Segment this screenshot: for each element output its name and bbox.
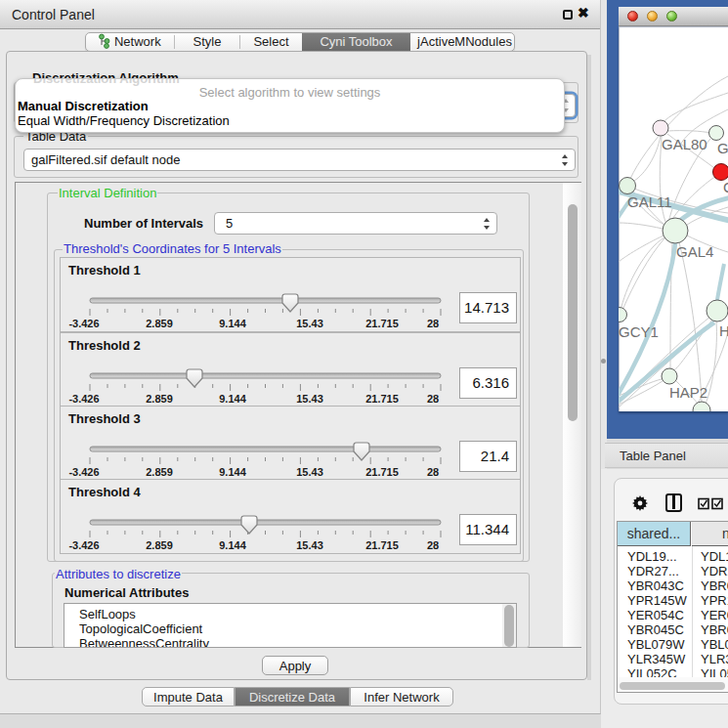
svg-text:-3.426: -3.426 (68, 539, 99, 551)
svg-text:2.859: 2.859 (146, 466, 173, 478)
svg-text:GAL80: GAL80 (662, 136, 707, 152)
svg-text:G.: G. (717, 140, 728, 156)
svg-text:2.859: 2.859 (146, 318, 173, 329)
svg-text:15.43: 15.43 (296, 466, 323, 478)
svg-text:21.715: 21.715 (365, 539, 399, 551)
svg-text:21.715: 21.715 (365, 318, 399, 329)
svg-text:9.144: 9.144 (219, 539, 246, 551)
svg-text:21.715: 21.715 (365, 393, 399, 405)
svg-text:15.43: 15.43 (296, 539, 323, 551)
svg-text:28: 28 (427, 539, 439, 551)
svg-text:-3.426: -3.426 (68, 393, 99, 405)
svg-text:28: 28 (427, 393, 439, 405)
svg-text:HAP2: HAP2 (669, 384, 707, 401)
svg-text:C: C (723, 179, 728, 195)
svg-text:15.43: 15.43 (296, 393, 323, 405)
svg-text:15.43: 15.43 (296, 318, 323, 329)
svg-text:2.859: 2.859 (146, 539, 173, 551)
svg-text:9.144: 9.144 (219, 318, 246, 329)
svg-text:-3.426: -3.426 (68, 466, 99, 478)
svg-text:GCY1: GCY1 (619, 323, 659, 340)
svg-text:2.859: 2.859 (146, 393, 173, 405)
svg-text:21.715: 21.715 (365, 466, 399, 478)
svg-text:28: 28 (427, 318, 439, 329)
svg-text:-3.426: -3.426 (68, 318, 99, 329)
svg-text:28: 28 (427, 466, 439, 478)
svg-text:GAL11: GAL11 (627, 193, 672, 210)
svg-text:9.144: 9.144 (219, 393, 246, 405)
svg-text:9.144: 9.144 (219, 466, 246, 478)
svg-text:H: H (719, 322, 728, 339)
svg-text:GAL4: GAL4 (676, 243, 713, 260)
